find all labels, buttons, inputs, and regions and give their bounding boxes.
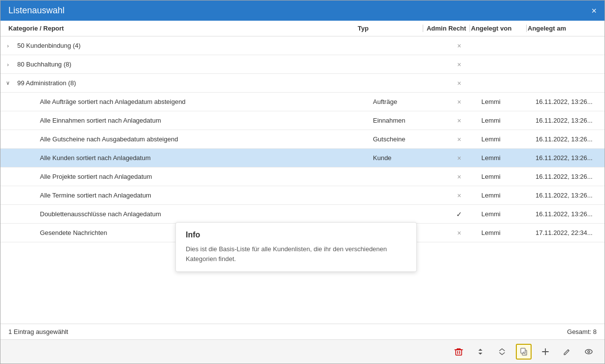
row-label: Doublettenausschlüsse nach Anlagedatum xyxy=(15,206,373,222)
footer-bar: 1 Eintrag ausgewählt Gesamt: 8 xyxy=(0,324,605,339)
svg-rect-0 xyxy=(456,350,462,355)
row-admin-icon: ✓ xyxy=(437,210,481,218)
table-row[interactable]: Doublettenausschlüsse nach Anlagedatum ✓… xyxy=(0,205,605,224)
table-row[interactable]: › 50 Kundenbindung (4) × xyxy=(0,36,605,55)
info-tooltip: Info Dies ist die Basis-Liste für alle K… xyxy=(175,222,417,272)
row-angelegt-am: 16.11.2022, 13:26... xyxy=(536,135,605,143)
footer-total-count: Gesamt: 8 xyxy=(567,328,597,335)
row-angelegt-am: 17.11.2022, 22:34... xyxy=(536,229,605,236)
dialog-title: Listenauswahl xyxy=(8,5,65,16)
table-body[interactable]: › 50 Kundenbindung (4) × › 80 Buchhaltun… xyxy=(0,36,605,324)
collapse-button[interactable] xyxy=(494,344,510,360)
row-angelegt-am: 16.11.2022, 13:26... xyxy=(536,192,605,199)
scrollbar-spacer xyxy=(597,25,605,32)
svg-point-3 xyxy=(585,350,592,354)
info-tooltip-title: Info xyxy=(186,231,406,239)
col-header-typ: Typ xyxy=(358,25,422,32)
row-typ: Aufträge xyxy=(373,98,437,105)
row-admin-icon: × xyxy=(437,42,481,50)
table-row[interactable]: Alle Kunden sortiert nach Anlagedatum Ku… xyxy=(0,149,605,167)
row-typ: Einnahmen xyxy=(373,117,437,124)
table-row[interactable]: ∨ 99 Administration (8) × xyxy=(0,74,605,93)
col-header-kategorie: Kategorie / Report xyxy=(0,25,358,32)
row-admin-icon: × xyxy=(437,98,481,106)
add-button[interactable] xyxy=(538,344,553,360)
col-header-angelegt-von: Angelegt von xyxy=(471,25,525,32)
row-angelegt-am: 16.11.2022, 13:26... xyxy=(536,117,605,124)
copy-button[interactable]: ↖ xyxy=(516,344,532,360)
dialog-listenauswahl: Listenauswahl × Kategorie / Report Typ A… xyxy=(0,0,605,364)
footer-selected-count: 1 Eintrag ausgewählt xyxy=(8,328,68,335)
title-bar: Listenauswahl × xyxy=(0,0,605,21)
table-row[interactable]: Alle Projekte sortiert nach Anlagedatum … xyxy=(0,167,605,186)
row-angelegt-von: Lemmi xyxy=(481,154,536,162)
row-typ: Gutscheine xyxy=(373,135,437,143)
row-angelegt-am: 16.11.2022, 13:26... xyxy=(536,98,605,105)
col-divider-1 xyxy=(423,25,423,32)
row-admin-icon: × xyxy=(437,61,481,68)
col-divider-2 xyxy=(470,25,470,32)
row-angelegt-am: 16.11.2022, 13:26... xyxy=(536,154,605,162)
row-admin-icon: × xyxy=(437,229,481,237)
edit-button[interactable] xyxy=(559,344,575,360)
row-label: 80 Buchhaltung (8) xyxy=(15,57,373,72)
table-row[interactable]: Alle Termine sortiert nach Anlagedatum ×… xyxy=(0,186,605,205)
table-row[interactable]: › 80 Buchhaltung (8) × xyxy=(0,55,605,74)
table-header: Kategorie / Report Typ Admin Recht Angel… xyxy=(0,21,605,36)
row-label: Alle Projekte sortiert nach Anlagedatum xyxy=(15,169,373,184)
row-typ: Kunde xyxy=(373,154,437,162)
close-button[interactable]: × xyxy=(591,6,597,15)
row-admin-icon: × xyxy=(437,192,481,199)
move-button[interactable] xyxy=(472,344,488,360)
col-header-admin: Admin Recht xyxy=(424,25,469,32)
table-row[interactable]: Alle Gutscheine nach Ausgabedatum abstei… xyxy=(0,130,605,149)
row-angelegt-von: Lemmi xyxy=(481,210,536,218)
row-angelegt-von: Lemmi xyxy=(481,173,536,180)
row-label: 99 Administration (8) xyxy=(15,75,373,91)
view-button[interactable] xyxy=(581,344,597,360)
expand-icon[interactable]: › xyxy=(0,43,15,49)
expand-icon[interactable]: ∨ xyxy=(0,80,15,86)
toolbar: ↖ xyxy=(0,339,605,364)
row-label: Alle Kunden sortiert nach Anlagedatum xyxy=(15,150,373,165)
table-row[interactable]: Alle Aufträge sortiert nach Anlagedatum … xyxy=(0,93,605,111)
row-angelegt-am: 16.11.2022, 13:26... xyxy=(536,173,605,180)
row-label: Alle Einnahmen sortiert nach Anlagedatum xyxy=(15,113,373,128)
row-angelegt-am: 16.11.2022, 13:26... xyxy=(536,210,605,218)
row-angelegt-von: Lemmi xyxy=(481,135,536,143)
row-label: 50 Kundenbindung (4) xyxy=(15,38,373,53)
row-angelegt-von: Lemmi xyxy=(481,117,536,124)
table-row[interactable]: Alle Einnahmen sortiert nach Anlagedatum… xyxy=(0,111,605,130)
info-tooltip-text: Dies ist die Basis-Liste für alle Kunden… xyxy=(186,244,406,264)
row-label: Alle Aufträge sortiert nach Anlagedatum … xyxy=(15,94,373,109)
col-divider-3 xyxy=(526,25,527,32)
delete-button[interactable] xyxy=(451,344,467,360)
row-admin-icon: × xyxy=(437,117,481,125)
expand-icon[interactable]: › xyxy=(0,62,15,67)
row-admin-icon: × xyxy=(437,135,481,143)
col-header-angelegt-am: Angelegt am xyxy=(528,25,597,32)
row-label: Alle Gutscheine nach Ausgabedatum abstei… xyxy=(15,132,373,147)
row-angelegt-von: Lemmi xyxy=(481,192,536,199)
row-angelegt-von: Lemmi xyxy=(481,229,536,236)
row-admin-icon: × xyxy=(437,173,481,181)
svg-point-4 xyxy=(588,351,590,353)
row-label: Alle Termine sortiert nach Anlagedatum xyxy=(15,188,373,203)
row-admin-icon: × xyxy=(437,79,481,87)
row-admin-icon: × xyxy=(437,154,481,162)
row-angelegt-von: Lemmi xyxy=(481,98,536,105)
